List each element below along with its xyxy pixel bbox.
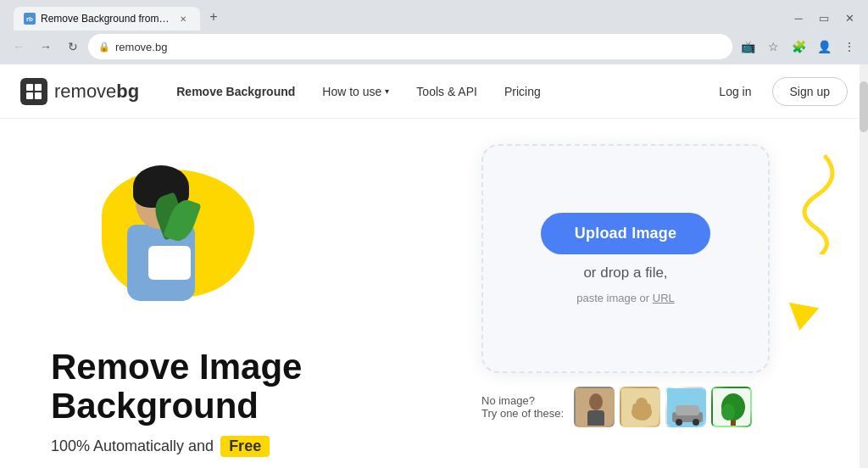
close-button[interactable]: ✕ <box>837 6 861 30</box>
plant-pot <box>148 246 191 280</box>
svg-point-16 <box>693 419 699 426</box>
sample-image-4[interactable] <box>711 387 752 427</box>
back-button[interactable]: ← <box>7 35 31 58</box>
toolbar-right: 📺 ☆ 🧩 👤 ⋮ <box>736 35 861 58</box>
svg-rect-3 <box>35 92 42 99</box>
tab-favicon: rb <box>24 13 36 25</box>
triangle-decoration <box>785 303 820 333</box>
window-controls: ─ ▭ ✕ <box>787 6 861 30</box>
hero-section: Remove Image Background 100% Automatical… <box>0 119 868 468</box>
nav-remove-background[interactable]: Remove Background <box>166 78 305 105</box>
svg-point-5 <box>589 393 603 410</box>
menu-button[interactable]: ⋮ <box>837 35 861 58</box>
svg-rect-6 <box>587 410 604 427</box>
paste-text: paste image or URL <box>576 292 675 304</box>
hero-title: Remove Image Background <box>51 348 434 426</box>
nav-right: Log in Sign up <box>705 77 848 106</box>
tabs-bar: rb Remove Background from Im... ✕ + <box>7 5 232 31</box>
browser-toolbar: ← → ↻ 🔒 📺 ☆ 🧩 👤 ⋮ <box>0 31 868 64</box>
free-badge: Free <box>220 436 270 457</box>
refresh-button[interactable]: ↻ <box>61 35 85 58</box>
nav-tools-api[interactable]: Tools & API <box>406 78 487 105</box>
svg-point-20 <box>721 404 735 421</box>
svg-rect-2 <box>26 92 33 99</box>
tab-close-button[interactable]: ✕ <box>176 12 190 25</box>
new-tab-button[interactable]: + <box>202 5 225 29</box>
svg-rect-14 <box>676 405 699 415</box>
extensions-button[interactable]: 🧩 <box>787 35 810 58</box>
logo-text: removebg <box>54 81 139 103</box>
profile-button[interactable]: 👤 <box>812 35 836 58</box>
hero-subtitle: 100% Automatically and Free <box>51 436 434 457</box>
sample-image-3[interactable] <box>665 387 706 427</box>
svg-point-11 <box>646 404 651 412</box>
svg-point-15 <box>676 419 682 426</box>
tab-title: Remove Background from Im... <box>41 13 171 25</box>
address-bar[interactable]: 🔒 <box>88 34 732 59</box>
upload-image-button[interactable]: Upload Image <box>541 213 710 254</box>
browser-chrome: rb Remove Background from Im... ✕ + ─ ▭ … <box>0 0 868 64</box>
sample-image-1[interactable] <box>574 387 615 427</box>
minimize-button[interactable]: ─ <box>787 6 810 30</box>
squiggle-decoration <box>775 153 843 266</box>
nav-how-to-use[interactable]: How to use ▾ <box>312 78 399 105</box>
lock-icon: 🔒 <box>98 42 110 53</box>
svg-rect-1 <box>35 84 42 91</box>
active-tab[interactable]: rb Remove Background from Im... ✕ <box>14 7 200 31</box>
sample-image-2[interactable] <box>620 387 660 427</box>
login-button[interactable]: Log in <box>705 78 765 105</box>
url-input[interactable] <box>115 41 722 53</box>
browser-titlebar: rb Remove Background from Im... ✕ + ─ ▭ … <box>0 0 868 31</box>
url-link[interactable]: URL <box>653 292 675 304</box>
sample-section: No image? Try one of these: <box>481 387 770 427</box>
upload-card[interactable]: Upload Image or drop a file, paste image… <box>481 144 770 373</box>
svg-rect-0 <box>26 84 33 91</box>
person-illustration <box>93 170 229 331</box>
hero-illustration <box>51 161 305 331</box>
sample-images <box>574 387 752 427</box>
hero-left: Remove Image Background 100% Automatical… <box>51 136 434 457</box>
maximize-button[interactable]: ▭ <box>812 6 836 30</box>
navbar: removebg Remove Background How to use ▾ … <box>0 64 868 119</box>
hero-right: Upload Image or drop a file, paste image… <box>434 136 817 427</box>
nav-links: Remove Background How to use ▾ Tools & A… <box>166 78 678 105</box>
svg-point-9 <box>636 398 648 410</box>
logo[interactable]: removebg <box>20 78 139 105</box>
nav-pricing[interactable]: Pricing <box>494 78 551 105</box>
cast-button[interactable]: 📺 <box>736 35 760 58</box>
hero-text: Remove Image Background 100% Automatical… <box>51 348 434 457</box>
svg-point-10 <box>632 404 637 412</box>
forward-button[interactable]: → <box>34 35 58 58</box>
sample-label: No image? Try one of these: <box>481 394 564 420</box>
signup-button[interactable]: Sign up <box>772 77 848 106</box>
website-content: removebg Remove Background How to use ▾ … <box>0 64 868 468</box>
bookmark-button[interactable]: ☆ <box>761 35 785 58</box>
drop-text: or drop a file, <box>583 265 667 281</box>
logo-icon <box>20 78 47 105</box>
chevron-down-icon: ▾ <box>385 86 389 96</box>
